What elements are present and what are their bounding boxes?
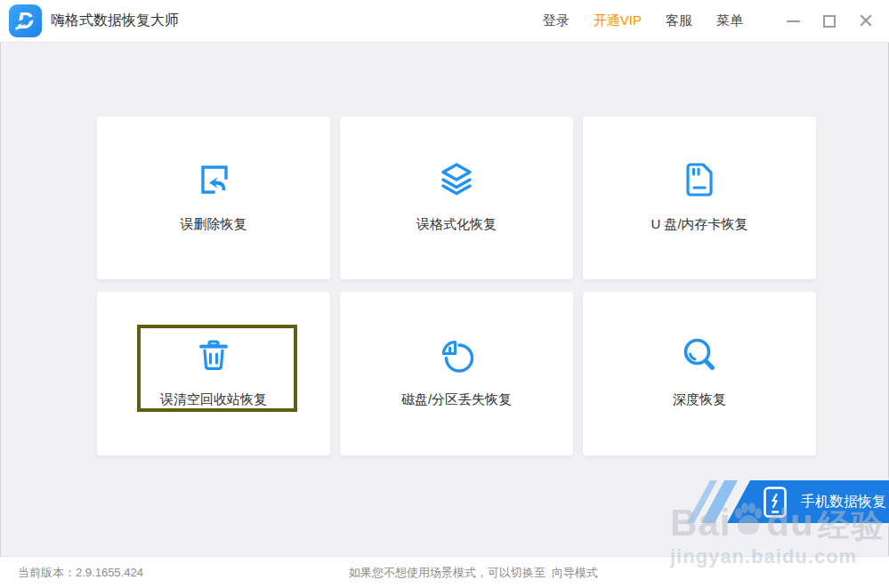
- undo-restore-icon: [192, 158, 235, 201]
- mode-hint: 如果您不想使用场景模式，可以切换至向导模式: [349, 557, 598, 588]
- mode-hint-text: 如果您不想使用场景模式，可以切换至: [349, 566, 546, 579]
- card-deep-recovery[interactable]: 深度恢复: [583, 292, 816, 455]
- titlebar-menu: 登录 开通VIP 客服 菜单: [543, 12, 767, 29]
- open-vip-button[interactable]: 开通VIP: [594, 12, 642, 29]
- phone-icon: [764, 487, 787, 521]
- card-format-recovery[interactable]: 误格式化恢复: [340, 117, 573, 279]
- maximize-icon: [823, 15, 836, 28]
- card-label: 误清空回收站恢复: [160, 391, 267, 408]
- memory-card-icon: [678, 158, 721, 201]
- login-button[interactable]: 登录: [543, 12, 570, 29]
- customer-service-button[interactable]: 客服: [666, 12, 692, 29]
- menu-button[interactable]: 菜单: [716, 12, 743, 29]
- card-label: 误格式化恢复: [416, 216, 497, 233]
- close-icon: ✕: [858, 12, 874, 31]
- magnifier-icon: [678, 334, 721, 376]
- statusbar: 当前版本：2.9.1655.424 如果您不想使用场景模式，可以切换至向导模式: [0, 556, 889, 588]
- titlebar: D 嗨格式数据恢复大师 登录 开通VIP 客服 菜单 ✕: [0, 0, 889, 43]
- card-label: 磁盘/分区丢失恢复: [401, 391, 512, 408]
- card-label: 误删除恢复: [181, 216, 247, 233]
- ribbon-label: 手机数据恢复: [801, 480, 886, 523]
- card-label: U 盘/内存卡恢复: [651, 216, 748, 233]
- version-label: 当前版本：2.9.1655.424: [18, 557, 143, 588]
- app-title: 嗨格式数据恢复大师: [51, 12, 179, 30]
- minimize-icon: [787, 20, 800, 22]
- layers-icon: [435, 158, 478, 201]
- app-logo-icon: D: [9, 4, 42, 37]
- trash-icon: [192, 334, 235, 376]
- card-recyclebin-recovery[interactable]: 误清空回收站恢复: [97, 292, 330, 455]
- phone-recovery-button[interactable]: 手机数据恢复: [685, 480, 889, 523]
- card-deleted-file-recovery[interactable]: 误删除恢复: [97, 117, 330, 279]
- app-window: D 嗨格式数据恢复大师 登录 开通VIP 客服 菜单 ✕ 误删除恢复: [0, 0, 889, 588]
- window-controls: ✕: [767, 11, 877, 32]
- wizard-mode-link[interactable]: 向导模式: [552, 566, 598, 579]
- maximize-button[interactable]: [819, 11, 840, 32]
- minimize-button[interactable]: [782, 11, 804, 32]
- card-usb-memorycard-recovery[interactable]: U 盘/内存卡恢复: [583, 117, 816, 279]
- disk-partition-icon: [435, 334, 478, 376]
- close-button[interactable]: ✕: [855, 11, 877, 32]
- phone-recovery-ribbon: 手机数据恢复: [685, 480, 889, 523]
- card-disk-partition-recovery[interactable]: 磁盘/分区丢失恢复: [340, 292, 573, 455]
- card-label: 深度恢复: [673, 391, 726, 408]
